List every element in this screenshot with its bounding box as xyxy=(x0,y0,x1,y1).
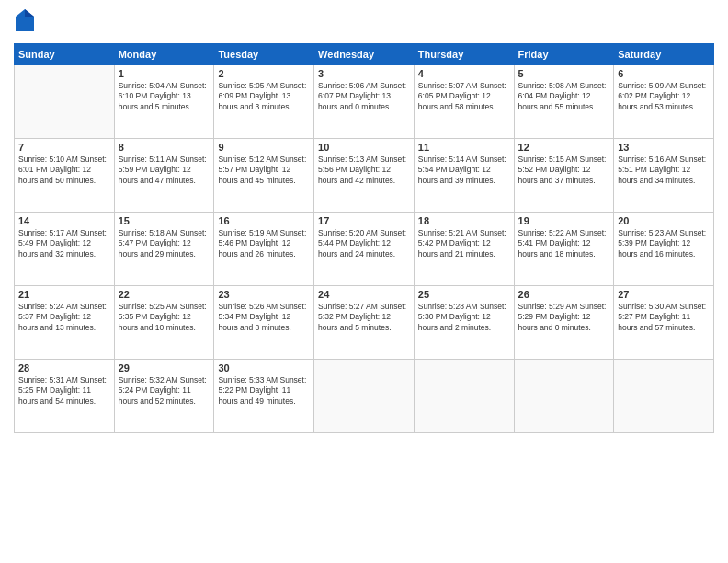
week-row-0: 1Sunrise: 5:04 AM Sunset: 6:10 PM Daylig… xyxy=(15,64,714,138)
day-cell: 3Sunrise: 5:06 AM Sunset: 6:07 PM Daylig… xyxy=(314,64,415,138)
day-number: 30 xyxy=(218,362,310,373)
day-info: Sunrise: 5:05 AM Sunset: 6:09 PM Dayligh… xyxy=(218,81,310,112)
day-info: Sunrise: 5:27 AM Sunset: 5:32 PM Dayligh… xyxy=(318,302,410,333)
day-cell: 18Sunrise: 5:21 AM Sunset: 5:42 PM Dayli… xyxy=(414,212,514,285)
day-info: Sunrise: 5:07 AM Sunset: 6:05 PM Dayligh… xyxy=(418,81,510,112)
day-cell: 4Sunrise: 5:07 AM Sunset: 6:05 PM Daylig… xyxy=(414,64,514,138)
day-info: Sunrise: 5:10 AM Sunset: 6:01 PM Dayligh… xyxy=(18,155,110,186)
day-number: 7 xyxy=(18,142,110,153)
day-cell xyxy=(514,359,614,432)
day-cell: 25Sunrise: 5:28 AM Sunset: 5:30 PM Dayli… xyxy=(414,285,514,359)
day-cell: 24Sunrise: 5:27 AM Sunset: 5:32 PM Dayli… xyxy=(314,285,415,359)
page-container: SundayMondayTuesdayWednesdayThursdayFrid… xyxy=(0,0,728,442)
weekday-header-monday: Monday xyxy=(114,43,214,64)
day-cell: 16Sunrise: 5:19 AM Sunset: 5:46 PM Dayli… xyxy=(214,212,314,285)
day-info: Sunrise: 5:12 AM Sunset: 5:57 PM Dayligh… xyxy=(218,155,310,186)
day-number: 10 xyxy=(318,142,410,153)
day-number: 9 xyxy=(218,142,310,153)
day-cell xyxy=(15,64,115,138)
day-number: 14 xyxy=(18,215,110,226)
weekday-header-saturday: Saturday xyxy=(614,43,714,64)
week-row-2: 14Sunrise: 5:17 AM Sunset: 5:49 PM Dayli… xyxy=(15,212,714,285)
day-cell: 1Sunrise: 5:04 AM Sunset: 6:10 PM Daylig… xyxy=(114,64,214,138)
day-info: Sunrise: 5:29 AM Sunset: 5:29 PM Dayligh… xyxy=(518,302,610,333)
day-number: 4 xyxy=(418,68,510,79)
day-number: 18 xyxy=(418,215,510,226)
logo xyxy=(14,9,34,36)
day-number: 21 xyxy=(18,289,110,300)
weekday-header-sunday: Sunday xyxy=(15,43,115,64)
day-number: 12 xyxy=(518,142,610,153)
day-number: 15 xyxy=(119,215,210,226)
day-info: Sunrise: 5:21 AM Sunset: 5:42 PM Dayligh… xyxy=(418,228,510,259)
day-info: Sunrise: 5:08 AM Sunset: 6:04 PM Dayligh… xyxy=(518,81,610,112)
week-row-3: 21Sunrise: 5:24 AM Sunset: 5:37 PM Dayli… xyxy=(15,285,714,359)
day-info: Sunrise: 5:28 AM Sunset: 5:30 PM Dayligh… xyxy=(418,302,510,333)
day-number: 8 xyxy=(119,142,210,153)
day-cell: 12Sunrise: 5:15 AM Sunset: 5:52 PM Dayli… xyxy=(514,138,614,212)
day-cell: 7Sunrise: 5:10 AM Sunset: 6:01 PM Daylig… xyxy=(15,138,115,212)
day-number: 28 xyxy=(18,362,110,373)
day-cell: 5Sunrise: 5:08 AM Sunset: 6:04 PM Daylig… xyxy=(514,64,614,138)
day-info: Sunrise: 5:16 AM Sunset: 5:51 PM Dayligh… xyxy=(618,155,710,186)
day-cell: 27Sunrise: 5:30 AM Sunset: 5:27 PM Dayli… xyxy=(614,285,714,359)
day-number: 29 xyxy=(119,362,210,373)
weekday-row: SundayMondayTuesdayWednesdayThursdayFrid… xyxy=(15,43,714,64)
day-info: Sunrise: 5:25 AM Sunset: 5:35 PM Dayligh… xyxy=(119,302,210,333)
day-info: Sunrise: 5:24 AM Sunset: 5:37 PM Dayligh… xyxy=(18,302,110,333)
day-number: 17 xyxy=(318,215,410,226)
day-info: Sunrise: 5:17 AM Sunset: 5:49 PM Dayligh… xyxy=(18,228,110,259)
calendar-header: SundayMondayTuesdayWednesdayThursdayFrid… xyxy=(15,43,714,64)
day-number: 26 xyxy=(518,289,610,300)
day-info: Sunrise: 5:14 AM Sunset: 5:54 PM Dayligh… xyxy=(418,155,510,186)
day-cell: 9Sunrise: 5:12 AM Sunset: 5:57 PM Daylig… xyxy=(214,138,314,212)
day-cell: 28Sunrise: 5:31 AM Sunset: 5:25 PM Dayli… xyxy=(15,359,115,432)
day-cell: 11Sunrise: 5:14 AM Sunset: 5:54 PM Dayli… xyxy=(414,138,514,212)
day-cell: 6Sunrise: 5:09 AM Sunset: 6:02 PM Daylig… xyxy=(614,64,714,138)
calendar-table: SundayMondayTuesdayWednesdayThursdayFrid… xyxy=(14,43,714,433)
day-cell: 13Sunrise: 5:16 AM Sunset: 5:51 PM Dayli… xyxy=(614,138,714,212)
week-row-4: 28Sunrise: 5:31 AM Sunset: 5:25 PM Dayli… xyxy=(15,359,714,432)
day-number: 25 xyxy=(418,289,510,300)
day-info: Sunrise: 5:33 AM Sunset: 5:22 PM Dayligh… xyxy=(218,375,310,407)
day-cell: 30Sunrise: 5:33 AM Sunset: 5:22 PM Dayli… xyxy=(214,359,314,432)
weekday-header-tuesday: Tuesday xyxy=(214,43,314,64)
day-number: 13 xyxy=(618,142,710,153)
day-number: 19 xyxy=(518,215,610,226)
day-info: Sunrise: 5:15 AM Sunset: 5:52 PM Dayligh… xyxy=(518,155,610,186)
day-cell: 26Sunrise: 5:29 AM Sunset: 5:29 PM Dayli… xyxy=(514,285,614,359)
day-info: Sunrise: 5:32 AM Sunset: 5:24 PM Dayligh… xyxy=(119,375,210,407)
day-number: 6 xyxy=(618,68,710,79)
day-number: 2 xyxy=(218,68,310,79)
day-cell xyxy=(314,359,415,432)
weekday-header-thursday: Thursday xyxy=(414,43,514,64)
day-info: Sunrise: 5:09 AM Sunset: 6:02 PM Dayligh… xyxy=(618,81,710,112)
day-number: 3 xyxy=(318,68,410,79)
day-cell: 10Sunrise: 5:13 AM Sunset: 5:56 PM Dayli… xyxy=(314,138,415,212)
day-info: Sunrise: 5:18 AM Sunset: 5:47 PM Dayligh… xyxy=(119,228,210,259)
weekday-header-friday: Friday xyxy=(514,43,614,64)
day-info: Sunrise: 5:30 AM Sunset: 5:27 PM Dayligh… xyxy=(618,302,710,333)
day-cell: 8Sunrise: 5:11 AM Sunset: 5:59 PM Daylig… xyxy=(114,138,214,212)
day-number: 24 xyxy=(318,289,410,300)
day-cell: 22Sunrise: 5:25 AM Sunset: 5:35 PM Dayli… xyxy=(114,285,214,359)
day-number: 1 xyxy=(119,68,210,79)
day-info: Sunrise: 5:26 AM Sunset: 5:34 PM Dayligh… xyxy=(218,302,310,333)
day-number: 20 xyxy=(618,215,710,226)
svg-marker-1 xyxy=(25,9,34,17)
header xyxy=(14,9,714,36)
day-number: 11 xyxy=(418,142,510,153)
calendar-body: 1Sunrise: 5:04 AM Sunset: 6:10 PM Daylig… xyxy=(15,64,714,432)
day-number: 27 xyxy=(618,289,710,300)
day-info: Sunrise: 5:13 AM Sunset: 5:56 PM Dayligh… xyxy=(318,155,410,186)
day-number: 23 xyxy=(218,289,310,300)
day-cell: 17Sunrise: 5:20 AM Sunset: 5:44 PM Dayli… xyxy=(314,212,415,285)
day-number: 22 xyxy=(119,289,210,300)
day-cell xyxy=(414,359,514,432)
day-info: Sunrise: 5:04 AM Sunset: 6:10 PM Dayligh… xyxy=(119,81,210,112)
day-number: 5 xyxy=(518,68,610,79)
day-info: Sunrise: 5:20 AM Sunset: 5:44 PM Dayligh… xyxy=(318,228,410,259)
day-info: Sunrise: 5:31 AM Sunset: 5:25 PM Dayligh… xyxy=(18,375,110,407)
day-number: 16 xyxy=(218,215,310,226)
logo-icon xyxy=(16,9,34,31)
